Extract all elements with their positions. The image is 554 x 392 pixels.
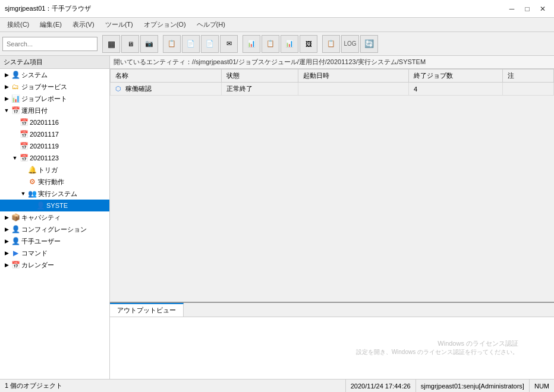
sidebar-title: システム項目 xyxy=(0,56,109,69)
search-input[interactable] xyxy=(2,37,97,51)
toolbar-btn-refresh[interactable]: 🔄 xyxy=(360,35,378,53)
execsystem-icon: 👥 xyxy=(27,189,37,198)
menu-connect[interactable]: 接続(C) xyxy=(2,19,34,30)
sidebar-item-date1123[interactable]: ▼ 📅 20201123 xyxy=(0,152,109,164)
cell-endjobcount: 4 xyxy=(409,83,503,96)
toolbar-btn-log[interactable]: LOG xyxy=(341,35,359,53)
menu-view[interactable]: 表示(V) xyxy=(68,19,99,30)
sidebar-item-jobservice[interactable]: ▶ 🗂 ジョブサービス xyxy=(0,81,109,93)
sidebar-item-execaction[interactable]: ▶ ⚙ 実行動作 xyxy=(0,176,109,188)
expand-arrow-execsystem[interactable]: ▼ xyxy=(19,191,27,197)
expand-arrow-capacity[interactable]: ▶ xyxy=(2,214,11,220)
menu-edit[interactable]: 編集(E) xyxy=(35,19,67,30)
config-icon: 👤 xyxy=(11,225,20,234)
status-user: sjmgrjpeast01:senju[Administrators] xyxy=(416,380,530,392)
expand-arrow-config[interactable]: ▶ xyxy=(2,226,11,232)
sidebar-item-label-sysnode: SYSTE xyxy=(46,202,68,209)
menu-help[interactable]: ヘルプ(H) xyxy=(192,19,230,30)
date1116-icon: 📅 xyxy=(19,118,29,127)
toolbar-btn-list2[interactable]: 📋 xyxy=(322,35,340,53)
close-button[interactable]: ✕ xyxy=(536,2,549,15)
output-tab-bar: アウトプットビュー xyxy=(110,303,554,317)
expand-arrow-date1123[interactable]: ▼ xyxy=(11,155,19,161)
log-icon: LOG xyxy=(344,40,356,47)
status-datetime: 2020/11/24 17:44:26 xyxy=(346,380,416,392)
toolbar-btn-list1[interactable]: 📋 xyxy=(262,35,279,53)
expand-arrow-system[interactable]: ▶ xyxy=(2,72,11,78)
toolbar-btn-chart2[interactable]: 📊 xyxy=(281,35,298,53)
trigger-icon: 🔔 xyxy=(27,165,37,175)
sidebar-item-date1116[interactable]: ▶ 📅 20201116 xyxy=(0,116,109,128)
sidebar-item-operationdate[interactable]: ▼ 📅 運用日付 xyxy=(0,105,109,116)
expand-arrow-jobreport[interactable]: ▶ xyxy=(2,96,11,102)
menu-options[interactable]: オプション(O) xyxy=(139,19,191,30)
sidebar-item-label-system: システム xyxy=(21,71,48,80)
expand-arrow-calendar[interactable]: ▶ xyxy=(2,262,11,268)
toolbar-btn-doc3[interactable]: 📄 xyxy=(201,35,219,53)
toolbar-btn-camera[interactable]: 📷 xyxy=(140,35,158,53)
sidebar-item-jobreport[interactable]: ▶ 📊 ジョブレポート xyxy=(0,93,109,105)
sidebar-item-label-date1116: 20201116 xyxy=(30,119,59,126)
layout-icon: ▦ xyxy=(108,39,115,49)
cell-extra xyxy=(502,83,553,96)
sidebar-item-capacity[interactable]: ▶ 📦 キャパシティ xyxy=(0,211,109,223)
maximize-button[interactable]: □ xyxy=(521,2,534,15)
title-bar: sjmgrjpeast01：千手ブラウザ ─ □ ✕ xyxy=(0,0,554,18)
sidebar-item-date1117[interactable]: ▶ 📅 20201117 xyxy=(0,128,109,140)
sidebar-item-date1119[interactable]: ▶ 📅 20201119 xyxy=(0,140,109,152)
col-endjobcount: 終了ジョブ数 xyxy=(409,69,503,83)
toolbar: ▦ 🖥 📷 📋 📄 📄 ✉ 📊 📋 📊 🖼 📋 LOG 🔄 xyxy=(0,32,554,56)
chart2-icon: 📊 xyxy=(285,40,294,48)
mail-icon: ✉ xyxy=(226,40,232,48)
bottom-panel: アウトプットビュー xyxy=(110,302,554,379)
sidebar-item-command[interactable]: ▶ ▶ コマンド xyxy=(0,247,109,259)
row-icon: ⬡ xyxy=(115,85,121,92)
sidebar-item-system[interactable]: ▶ 👤 システム xyxy=(0,69,109,81)
senjuuser-icon: 👤 xyxy=(11,236,20,246)
sidebar-item-calendar[interactable]: ▶ 📅 カレンダー xyxy=(0,259,109,271)
toolbar-btn-doc2[interactable]: 📄 xyxy=(182,35,200,53)
expand-arrow-jobservice[interactable]: ▶ xyxy=(2,84,11,90)
col-name: 名称 xyxy=(111,69,222,83)
sidebar-tree[interactable]: ▶ 👤 システム ▶ 🗂 ジョブサービス ▶ 📊 ジョブレポート xyxy=(0,69,109,379)
sidebar-item-trigger[interactable]: ▶ 🔔 トリガ xyxy=(0,164,109,176)
calendar-icon: 📅 xyxy=(11,260,20,270)
menu-bar: 接続(C) 編集(E) 表示(V) ツール(T) オプション(O) ヘルプ(H) xyxy=(0,18,554,32)
status-bar: 1 個のオブジェクト 2020/11/24 17:44:26 sjmgrjpea… xyxy=(0,379,554,392)
sidebar-item-label-jobservice: ジョブサービス xyxy=(21,83,67,91)
opdate-icon: 📅 xyxy=(11,106,20,115)
content-table[interactable]: 名称 状態 起動日時 終了ジョブ数 注 ⬡ 稼働確認 xyxy=(110,69,554,302)
monitor-icon: 🖥 xyxy=(127,40,134,48)
sidebar-item-label-capacity: キャパシティ xyxy=(21,213,61,222)
toolbar-btn-mail[interactable]: ✉ xyxy=(220,35,238,53)
sidebar-item-senjuuser[interactable]: ▶ 👤 千手ユーザー xyxy=(0,235,109,247)
toolbar-btn-chart1[interactable]: 📊 xyxy=(243,35,260,53)
chart1-icon: 📊 xyxy=(247,40,256,48)
sidebar-item-label-command: コマンド xyxy=(21,249,48,258)
sidebar-item-system-node[interactable]: ▶ 👤 SYSTE xyxy=(0,200,109,211)
expand-arrow-senjuuser[interactable]: ▶ xyxy=(2,238,11,244)
capacity-icon: 📦 xyxy=(11,213,20,222)
command-icon: ▶ xyxy=(11,248,20,258)
sidebar-item-label-config: コンフィグレーション xyxy=(21,225,87,234)
jobservice-icon: 🗂 xyxy=(11,82,20,91)
img-icon: 🖼 xyxy=(306,40,312,48)
expand-arrow-opdate[interactable]: ▼ xyxy=(2,108,11,113)
toolbar-btn-doc1[interactable]: 📋 xyxy=(163,35,181,53)
expand-arrow-command[interactable]: ▶ xyxy=(2,250,11,256)
execaction-icon: ⚙ xyxy=(27,177,37,186)
sidebar-item-label-date1119: 20201119 xyxy=(30,143,59,150)
output-tab-item[interactable]: アウトプットビュー xyxy=(110,303,184,317)
content-header: 開いているエンティティ：//sjmgrjpeast01/ジョブスケジュール/運用… xyxy=(110,56,554,69)
toolbar-btn-layout[interactable]: ▦ xyxy=(102,35,120,53)
minimize-button[interactable]: ─ xyxy=(505,2,518,15)
menu-tools[interactable]: ツール(T) xyxy=(100,19,138,30)
table-row[interactable]: ⬡ 稼働確認 正常終了 4 xyxy=(111,83,554,96)
refresh-icon: 🔄 xyxy=(364,39,374,48)
col-starttime: 起動日時 xyxy=(298,69,409,83)
toolbar-btn-monitor[interactable]: 🖥 xyxy=(121,35,139,53)
toolbar-btn-img[interactable]: 🖼 xyxy=(300,35,317,53)
sidebar-item-execsystem[interactable]: ▼ 👥 実行システム xyxy=(0,188,109,200)
sidebar-item-config[interactable]: ▶ 👤 コンフィグレーション xyxy=(0,223,109,235)
status-objects: 1 個のオブジェクト xyxy=(0,380,346,392)
